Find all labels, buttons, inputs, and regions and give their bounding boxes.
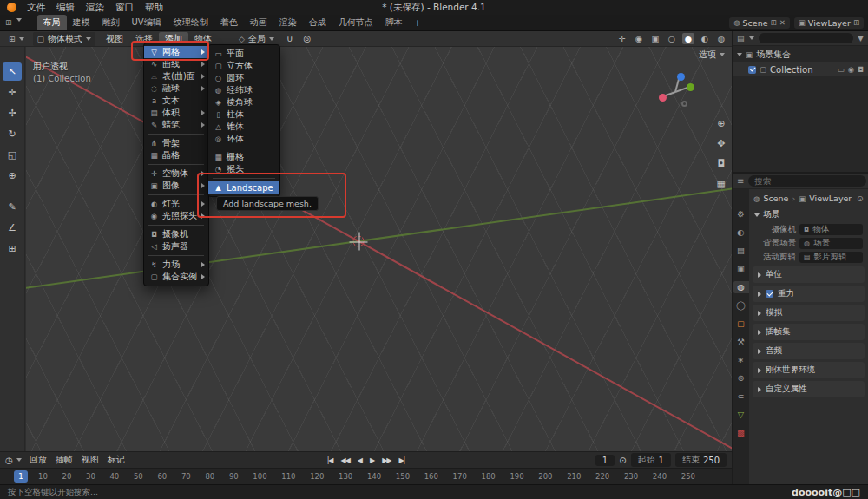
add-menu-item[interactable] [148, 164, 204, 165]
chevron-down-icon[interactable] [749, 36, 754, 40]
camera-render-icon[interactable]: ◘ [858, 65, 864, 74]
tab-object[interactable]: ▢ [733, 318, 749, 330]
mode-dropdown[interactable]: ▢ 物体模式 [33, 32, 96, 46]
xray-toggle-icon[interactable]: ▣ [649, 33, 661, 44]
add-menu-item[interactable]: ⋔ 骨架 [144, 137, 208, 149]
viewport-menu-item[interactable]: 视图 [100, 32, 129, 46]
overlays-toggle-icon[interactable]: ◉ [633, 33, 645, 44]
gizmo-z-axis-icon[interactable] [677, 73, 685, 81]
add-menu-item[interactable]: ✛ 空物体 [144, 167, 208, 180]
timeline-ruler[interactable]: 1 10203040506070809010011012013014015016… [0, 468, 732, 484]
frame-start-field[interactable]: 起始 1 [631, 453, 671, 467]
material-shading-icon[interactable]: ◐ [699, 33, 711, 44]
playhead[interactable]: 1 [14, 470, 28, 483]
add-menu-item[interactable]: ◁ 扬声器 [144, 240, 208, 253]
tab-data[interactable]: ▽ [733, 409, 749, 421]
collection-checkbox[interactable] [748, 66, 756, 74]
mesh-menu-item[interactable]: ◎ 环体 [208, 133, 279, 145]
mesh-menu-item[interactable]: △ 锥体 [208, 121, 279, 133]
gizmo-negative-axis-icon[interactable] [681, 101, 687, 107]
property-section-row[interactable]: 自定义属性 [753, 381, 865, 397]
workspace-tab[interactable]: 渲染 [273, 15, 303, 30]
snap-magnet-icon[interactable]: ∪ [284, 33, 296, 44]
mesh-menu-item[interactable]: ▦ 栅格 [208, 151, 279, 163]
timeline-menu-item[interactable]: 标记 [103, 453, 129, 467]
properties-editor-icon[interactable]: ≡ [737, 176, 744, 186]
new-viewlayer-icon[interactable]: ⊞ [853, 18, 859, 27]
menubar-item[interactable]: 渲染 [86, 2, 104, 14]
tab-tool[interactable]: ⚙ [733, 208, 749, 220]
workspace-tab[interactable]: 动画 [244, 15, 273, 30]
add-menu-item[interactable]: ▣ 图像 [144, 180, 208, 192]
rotate-tool[interactable]: ↻ [3, 125, 22, 143]
outliner-collection-row[interactable]: ▢ Collection ▭ ◉ ◘ [733, 62, 868, 76]
property-field-input[interactable]: ◘ 物体 [799, 224, 863, 235]
tab-texture[interactable]: ▩ [733, 427, 749, 439]
select-box-tool[interactable]: ↖ [3, 62, 22, 81]
mesh-menu-item[interactable]: ▲ Landscape [208, 181, 279, 194]
outliner-scene-collection-row[interactable]: ▣ 场景集合 [733, 46, 868, 62]
mesh-menu-item[interactable]: ▢ 立方体 [208, 60, 279, 72]
mesh-menu-item[interactable]: ◈ 棱角球 [208, 96, 279, 108]
outliner-display-mode-icon[interactable]: ▤ [737, 34, 745, 43]
gizmo-y-axis-icon[interactable] [687, 83, 694, 91]
outliner-search-input[interactable] [759, 33, 854, 43]
add-menu-item[interactable]: ▦ 晶格 [144, 149, 208, 161]
workspace-tab[interactable]: 建模 [67, 15, 96, 30]
add-workspace-button[interactable]: + [409, 18, 426, 28]
wireframe-shading-icon[interactable]: ○ [666, 33, 678, 44]
properties-search-input[interactable] [748, 175, 866, 187]
measure-tool[interactable]: ∠ [3, 219, 22, 237]
add-menu-item[interactable]: ◌ 融球 [144, 82, 208, 95]
add-cube-tool[interactable]: ⊞ [3, 240, 22, 258]
mesh-menu-item[interactable]: ◔ 猴头 [208, 163, 279, 175]
expand-icon[interactable] [737, 53, 742, 56]
add-menu-item[interactable]: ◘ 摄像机 [144, 228, 208, 240]
tab-modifiers[interactable]: ⚒ [733, 336, 749, 348]
property-section-row[interactable]: 模拟 [753, 305, 865, 321]
add-menu-item[interactable]: ▢ 集合实例 [144, 271, 208, 283]
workspace-tab[interactable]: 着色 [214, 15, 244, 30]
scene-selector[interactable]: ◍ Scene ⊞ ✕ [729, 17, 790, 29]
property-section-row[interactable]: 音频 [753, 343, 865, 359]
timeline-editor-icon[interactable]: ◷ [5, 456, 13, 465]
play-reverse-button[interactable]: ◀ [355, 456, 365, 464]
add-menu-item[interactable] [148, 225, 204, 226]
add-menu-item[interactable]: ⌓ 表(曲)面 [144, 70, 208, 82]
add-menu-item[interactable] [148, 134, 204, 135]
menubar-item[interactable]: 窗口 [115, 2, 134, 14]
solid-shading-icon[interactable]: ● [682, 33, 694, 44]
editor-type-selector[interactable]: ⊞ [4, 34, 29, 44]
filter-icon[interactable]: ▼ [858, 34, 864, 43]
timeline-menu-item[interactable]: 回放 [25, 453, 51, 467]
mesh-menu-item[interactable]: ◍ 经纬球 [208, 84, 279, 96]
pan-hand-icon[interactable]: ✥ [717, 138, 725, 149]
chevron-down-icon[interactable] [16, 18, 22, 22]
timeline-menu-item[interactable]: 插帧 [51, 453, 77, 467]
jump-end-button[interactable]: ▶| [396, 456, 407, 464]
annotate-tool[interactable]: ✎ [3, 198, 22, 216]
options-dropdown[interactable]: 选项 [699, 49, 725, 61]
editor-type-icon[interactable]: ⊞ [5, 18, 12, 27]
add-menu-item[interactable] [148, 194, 204, 195]
add-menu-item[interactable]: ✎ 蜡笔 [144, 119, 208, 131]
property-field-input[interactable]: ▤ 影片剪辑 [799, 252, 863, 263]
gizmo-x-axis-icon[interactable] [659, 94, 667, 102]
jump-start-button[interactable]: |◀ [325, 456, 336, 464]
proportional-edit-icon[interactable]: ◎ [301, 33, 313, 44]
cursor-tool[interactable]: ✛ [3, 83, 22, 102]
property-section-row[interactable]: 刚体世界环境 [753, 362, 865, 378]
move-tool[interactable]: ✢ [3, 104, 22, 122]
tab-world[interactable]: ◯ [733, 299, 749, 312]
auto-keying-icon[interactable]: ⊙ [619, 456, 626, 465]
workspace-tab[interactable]: 纹理绘制 [168, 15, 214, 30]
mesh-menu-item[interactable] [213, 148, 275, 148]
zoom-icon[interactable]: ⊕ [717, 118, 725, 129]
tab-render[interactable]: ◐ [733, 227, 749, 239]
property-field-input[interactable]: ◍ 场景 [799, 238, 863, 249]
ortho-switch-icon[interactable]: ▦ [717, 178, 726, 189]
property-section-row[interactable]: 重力 [753, 286, 865, 302]
camera-view-icon[interactable]: ◘ [717, 158, 725, 169]
workspace-tab[interactable]: 合成 [303, 15, 332, 30]
add-menu-item[interactable]: a 文本 [144, 95, 208, 107]
